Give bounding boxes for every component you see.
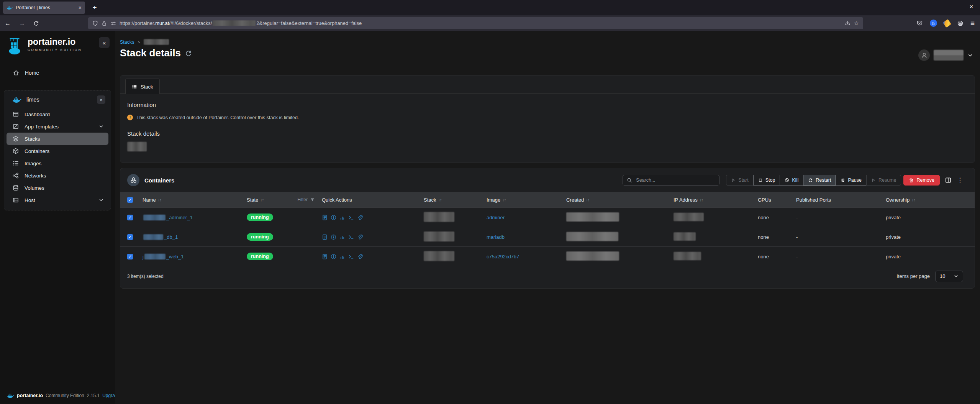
sidebar-item-images[interactable]: Images [7, 157, 108, 169]
item-label: Host [25, 197, 35, 203]
stop-button[interactable]: Stop [753, 175, 780, 186]
container-name-link[interactable]: j [143, 254, 144, 259]
name-redacted [144, 254, 166, 259]
items-per-page-select[interactable]: 10 [935, 271, 963, 282]
containers-table-footer: 3 item(s) selected Items per page 10 [120, 266, 975, 286]
attach-icon[interactable] [357, 254, 363, 259]
restart-icon [808, 178, 813, 183]
sidebar-item-host[interactable]: Host [7, 194, 108, 206]
column-header-ip[interactable]: IP Address↓↑ [674, 197, 758, 203]
pause-button[interactable]: Pause [836, 175, 866, 186]
column-header-name[interactable]: Name↓↑ [143, 197, 247, 203]
row-checkbox[interactable]: ✓ [127, 215, 133, 220]
tracking-shield-icon[interactable] [92, 20, 98, 26]
state-filter[interactable]: Filter [297, 197, 322, 202]
kebab-menu-icon[interactable]: ⋮ [957, 177, 963, 183]
sidebar-item-stacks[interactable]: Stacks [7, 133, 108, 145]
column-header-quick-actions: Quick Actions [322, 197, 424, 203]
sidebar-item-networks[interactable]: Networks [7, 169, 108, 182]
column-header-ownership[interactable]: Ownership↓↑ [886, 197, 975, 203]
ports-value: - [796, 254, 886, 259]
containers-search[interactable] [623, 175, 719, 186]
tab-close-icon[interactable]: × [79, 5, 82, 10]
stack-redacted [424, 212, 454, 222]
pocket-icon[interactable] [916, 20, 923, 26]
sidebar-collapse-button[interactable]: « [99, 37, 110, 48]
select-all-checkbox[interactable]: ✓ [127, 197, 133, 203]
restart-button[interactable]: Restart [803, 175, 836, 186]
column-header-created[interactable]: Created↓↑ [566, 197, 674, 203]
search-input[interactable] [635, 177, 715, 183]
quick-actions [322, 234, 424, 240]
resume-button[interactable]: Resume [866, 175, 901, 186]
page-title: Stack details [120, 47, 181, 59]
logs-icon[interactable] [322, 215, 328, 220]
sidebar-item-volumes[interactable]: Volumes [7, 182, 108, 194]
user-menu[interactable] [918, 49, 973, 61]
save-page-icon[interactable] [845, 20, 851, 26]
attach-icon[interactable] [357, 215, 363, 220]
sidebar-item-containers[interactable]: Containers [7, 145, 108, 157]
url-path: /#!/6/docker/stacks/ [169, 20, 212, 26]
column-header-image[interactable]: Image↓↑ [487, 197, 566, 203]
stats-icon[interactable] [339, 254, 345, 259]
stats-icon[interactable] [339, 234, 345, 240]
remove-button[interactable]: Remove [903, 175, 940, 186]
column-header-stack[interactable]: Stack↓↑ [424, 197, 487, 203]
inspect-icon[interactable] [331, 254, 336, 259]
sort-icon: ↓↑ [586, 197, 589, 202]
column-header-state[interactable]: State↓↑ Filter [247, 197, 322, 203]
attach-icon[interactable] [357, 234, 363, 240]
username-redacted [934, 50, 964, 61]
extension-icon[interactable] [943, 19, 951, 27]
tab-stack[interactable]: Stack [125, 79, 160, 94]
url-bar[interactable]: https://portainer.mur.at/#!/6/docker/sta… [88, 17, 863, 29]
inspect-icon[interactable] [331, 234, 336, 240]
stack-warning: ! This stack was created outside of Port… [127, 115, 968, 120]
logs-icon[interactable] [322, 234, 328, 240]
sidebar-item-app-templates[interactable]: App Templates [7, 120, 108, 133]
environment-header[interactable]: limes × [7, 94, 108, 108]
logs-icon[interactable] [322, 254, 328, 259]
kill-button[interactable]: Kill [780, 175, 803, 186]
site-settings-icon[interactable] [110, 20, 116, 26]
reload-button[interactable] [31, 19, 41, 28]
networks-icon [13, 172, 19, 179]
inspect-icon[interactable] [331, 215, 336, 220]
image-link[interactable]: mariadb [487, 234, 505, 240]
window-close-icon[interactable]: × [970, 3, 973, 10]
forward-button[interactable]: → [18, 19, 27, 28]
volumes-icon [13, 185, 19, 191]
stats-icon[interactable] [339, 215, 345, 220]
portainer-footer-icon [7, 393, 14, 398]
sidebar-item-dashboard[interactable]: Dashboard [7, 108, 108, 120]
url-text[interactable]: https://portainer.mur.at/#!/6/docker/sta… [120, 20, 841, 26]
sort-icon: ↓↑ [260, 197, 264, 202]
console-icon[interactable] [348, 215, 354, 220]
image-link[interactable]: c75a292cd7b7 [487, 254, 519, 259]
columns-toggle-icon[interactable] [945, 177, 952, 184]
environment-close-icon[interactable]: × [97, 95, 105, 104]
back-button[interactable]: ← [3, 19, 12, 28]
refresh-icon[interactable] [185, 50, 192, 57]
breadcrumb-stacks-link[interactable]: Stacks [120, 39, 134, 45]
console-icon[interactable] [348, 234, 354, 240]
console-icon[interactable] [348, 254, 354, 259]
row-checkbox[interactable]: ✓ [127, 234, 133, 240]
ban-icon [785, 178, 789, 182]
password-extension-icon[interactable] [930, 20, 937, 27]
image-link[interactable]: adminer [487, 215, 505, 220]
bookmark-star-icon[interactable]: ☆ [854, 20, 859, 27]
container-name-link[interactable]: _web_1 [166, 254, 184, 259]
container-name-link[interactable]: _adminer_1 [166, 215, 193, 220]
browser-tab[interactable]: Portainer | limes × [3, 2, 85, 14]
lock-icon[interactable] [102, 21, 107, 26]
row-checkbox[interactable]: ✓ [127, 254, 133, 259]
start-button[interactable]: Start [726, 175, 753, 186]
new-tab-button[interactable]: + [90, 3, 100, 13]
menu-icon[interactable]: ≡ [970, 19, 975, 28]
browser-chrome: Portainer | limes × + × ← → https://port… [0, 0, 980, 31]
sidebar-item-home[interactable]: Home [0, 66, 115, 79]
printer-icon[interactable] [957, 20, 964, 26]
container-name-link[interactable]: _db_1 [164, 234, 178, 240]
